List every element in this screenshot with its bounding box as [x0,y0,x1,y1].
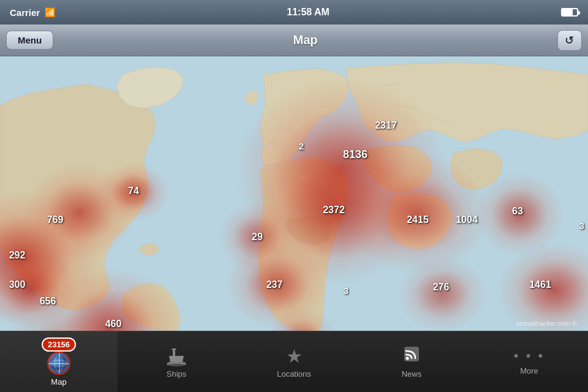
svg-text:1461: 1461 [529,279,551,290]
globe-icon [47,352,70,375]
tab-locations-label: Locations [277,369,311,379]
status-bar: Carrier 📶 11:58 AM [0,0,588,24]
svg-point-51 [51,355,67,371]
svg-text:460: 460 [105,318,122,329]
svg-text:74: 74 [128,186,139,196]
svg-text:300: 300 [9,279,26,290]
svg-text:2415: 2415 [407,214,429,225]
svg-text:1004: 1004 [456,214,478,225]
svg-text:3: 3 [344,285,349,296]
svg-text:3: 3 [579,221,584,231]
map-area[interactable]: 292 300 769 74 656 460 330 6 91 29 237 5… [0,56,588,331]
carrier-label: Carrier [10,7,40,18]
svg-text:237: 237 [266,279,283,290]
tab-more[interactable]: • • • More [470,331,588,392]
menu-button[interactable]: Menu [6,31,53,50]
nav-bar: Menu Map ↺ [0,24,588,56]
svg-text:656: 656 [40,296,56,306]
tab-map-label: Map [51,377,66,386]
svg-point-53 [55,355,63,371]
world-map-svg: 292 300 769 74 656 460 330 6 91 29 237 5… [0,56,588,331]
battery-icon [561,8,578,17]
tab-map[interactable]: 23156 Map [0,331,118,392]
svg-rect-56 [172,349,176,350]
status-left: Carrier 📶 [10,7,55,18]
svg-text:8136: 8136 [343,148,368,160]
rss-icon [403,345,420,367]
globe-svg [50,355,67,372]
refresh-button[interactable]: ↺ [557,30,582,51]
wifi-icon: 📶 [45,7,55,17]
svg-text:vesseltracker.com ©: vesseltracker.com © [516,320,578,327]
tab-more-label: More [520,366,538,375]
nav-title: Map [293,33,318,47]
star-icon: ★ [286,345,303,367]
tab-news-label: News [402,369,422,379]
svg-point-24 [398,256,486,331]
svg-point-52 [51,360,67,366]
svg-text:2317: 2317 [375,120,397,130]
svg-text:276: 276 [433,282,450,292]
tab-locations[interactable]: ★ Locations [235,331,353,392]
tab-ships[interactable]: Ships [118,331,235,392]
svg-text:769: 769 [47,214,64,225]
map-badge: 23156 [42,337,76,352]
time-label: 11:58 AM [287,7,330,18]
tab-news[interactable]: News [353,331,470,392]
tab-ships-label: Ships [167,369,187,379]
svg-text:292: 292 [9,250,26,260]
tab-bar: 23156 Map [0,331,588,392]
more-dots-icon: • • • [514,348,545,364]
svg-text:29: 29 [252,232,263,242]
svg-text:2: 2 [299,141,304,151]
svg-point-58 [406,356,409,360]
svg-text:63: 63 [512,206,523,216]
status-right [561,8,578,17]
ship-icon [165,345,187,367]
svg-text:2372: 2372 [323,205,345,215]
refresh-icon: ↺ [565,34,574,47]
